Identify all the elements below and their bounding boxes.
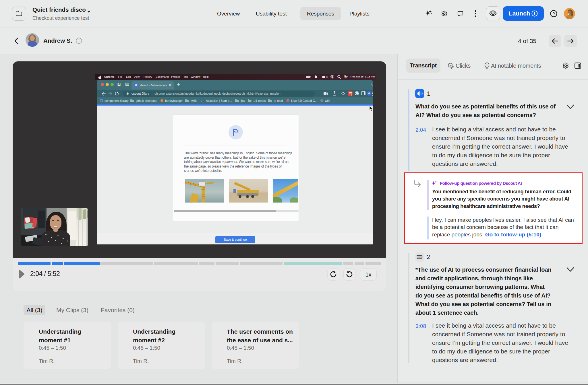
svg-text:?: ? (552, 11, 555, 16)
